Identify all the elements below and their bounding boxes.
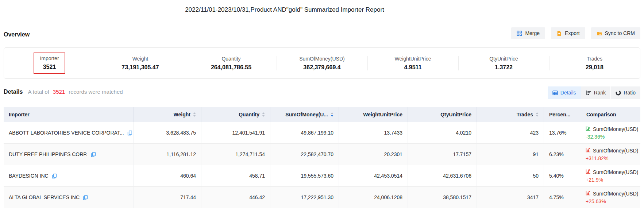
summary-prefix: A total of [28, 89, 49, 95]
comparison-change: +311.82% [586, 155, 608, 162]
tab-ratio-label: Ratio [624, 90, 636, 96]
details-summary: Details A total of 3521 records were mat… [4, 89, 123, 95]
table-grid-icon [552, 90, 558, 96]
tab-details[interactable]: Details [548, 86, 581, 99]
trend-up-icon [586, 147, 591, 155]
stat-label: Weight [132, 56, 148, 62]
sort-control[interactable] [262, 112, 265, 117]
sync-folder-icon [597, 31, 602, 36]
percent-cell: 13.76% [544, 122, 581, 143]
header-cell-qty-unit-price[interactable]: QtyUnitPrice [408, 107, 477, 122]
sort-desc-caret[interactable] [536, 115, 539, 117]
header-cell-weight[interactable]: Weight [133, 107, 201, 122]
comparison-cell: SumOfMoney(USD) +25.63% [581, 187, 643, 208]
header-label: Weight [174, 112, 190, 117]
tab-rank[interactable]: Rank [581, 86, 611, 99]
header-cell-percent[interactable]: Percen... [544, 107, 581, 122]
quantity-cell: 12,401,541.91 [201, 122, 270, 143]
view-tabs: Details Rank Ratio [548, 86, 640, 99]
header-label: QtyUnitPrice [440, 112, 471, 117]
stat-sum-of-money: SumOfMoney(USD) 362,379,669.4 [277, 48, 367, 78]
header-cell-importer[interactable]: Importer [4, 107, 133, 122]
importer-cell[interactable]: ABBOTT LABORATORIES VENICE CORPORAT... [4, 122, 133, 143]
importer-cell[interactable]: DUTY FREE PHILIPPINES CORP. [4, 144, 133, 165]
header-label: Trades [517, 112, 533, 117]
comparison-cell: SumOfMoney(USD) +21.9% [581, 165, 643, 186]
trades-cell: 50 [477, 165, 544, 186]
comparison-change: +21.9% [586, 176, 603, 183]
stat-label: SumOfMoney(USD) [299, 56, 344, 62]
sort-desc-caret[interactable] [262, 115, 265, 117]
importer-cell[interactable]: BAYDESIGN INC [4, 165, 133, 186]
qty-unit-price-cell: 17.7157 [408, 144, 477, 165]
copy-icon[interactable] [127, 130, 132, 136]
copy-icon[interactable] [82, 195, 88, 200]
sum-of-money-cell: 49,867,199.10 [270, 122, 339, 143]
header-cell-sum-of-money[interactable]: SumOfMoney(U... [270, 107, 339, 122]
sort-desc-caret[interactable] [193, 115, 196, 117]
record-count: 3521 [53, 89, 65, 95]
tab-ratio[interactable]: Ratio [610, 86, 640, 99]
importer-cell[interactable]: ALTA GLOBAL SERVICES INC [4, 187, 133, 208]
weight-unit-price-cell: 42,453.0514 [339, 165, 408, 186]
merge-button[interactable]: Merge [511, 27, 545, 39]
weight-cell: 3,628,483.75 [133, 122, 201, 143]
sort-control[interactable] [193, 112, 196, 117]
tab-rank-label: Rank [594, 90, 606, 96]
sum-of-money-cell: 19,555,573.60 [270, 165, 339, 186]
stat-label: Trades [587, 56, 602, 62]
rank-bars-icon [586, 90, 591, 96]
export-document-icon [556, 31, 562, 36]
results-table: Importer Weight Quantity SumOfMoney(U...… [4, 107, 640, 208]
sort-asc-caret[interactable] [262, 112, 265, 114]
sort-control[interactable] [331, 112, 333, 117]
trades-cell: 423 [477, 122, 544, 143]
qty-unit-price-cell: 42,631.6706 [408, 165, 477, 186]
sort-desc-caret[interactable] [331, 115, 333, 117]
comparison-change: +25.63% [586, 198, 606, 205]
header-cell-quantity[interactable]: Quantity [201, 107, 270, 122]
header-cell-trades[interactable]: Trades [477, 107, 544, 122]
copy-icon[interactable] [90, 152, 96, 157]
comparison-metric: SumOfMoney(USD) [593, 190, 638, 198]
tab-details-label: Details [560, 90, 576, 96]
importer-name[interactable]: BAYDESIGN INC [9, 173, 49, 179]
weight-cell: 717.44 [133, 187, 201, 208]
stat-value: 362,379,669.4 [303, 64, 340, 71]
importer-name[interactable]: ALTA GLOBAL SERVICES INC [9, 194, 80, 200]
weight-cell: 1,116,281.12 [133, 144, 201, 165]
header-cell-weight-unit-price[interactable]: WeightUnitPrice [339, 107, 408, 122]
stat-value: 4.9511 [404, 64, 421, 71]
overview-card: Importer 3521 Weight 73,191,305.47 Quant… [4, 47, 640, 79]
export-button[interactable]: Export [551, 27, 585, 39]
table-row: BAYDESIGN INC 460.64 458.71 19,555,573.6… [4, 165, 640, 187]
stat-trades: Trades 29,018 [549, 48, 640, 78]
stat-label: Importer [40, 55, 59, 61]
stat-label: Quantity [221, 56, 240, 62]
page-title: 2022/11/01-2023/10/31,Product AND"gold" … [0, 6, 569, 13]
sort-asc-caret[interactable] [193, 112, 196, 114]
sort-control[interactable] [536, 112, 539, 117]
sort-asc-caret[interactable] [331, 112, 333, 114]
table-row: ALTA GLOBAL SERVICES INC 717.44 446.42 1… [4, 187, 640, 208]
table-row: DUTY FREE PHILIPPINES CORP. 1,116,281.12… [4, 144, 640, 165]
table-row: ABBOTT LABORATORIES VENICE CORPORAT... 3… [4, 122, 640, 144]
weight-unit-price-cell: 20.2301 [339, 144, 408, 165]
comparison-metric: SumOfMoney(USD) [593, 125, 638, 133]
stat-value: 1.3722 [495, 64, 513, 71]
percent-cell: 4.75% [544, 187, 581, 208]
sync-to-crm-button[interactable]: Sync to CRM [591, 27, 640, 39]
sort-asc-caret[interactable] [536, 112, 539, 114]
quantity-cell: 446.42 [201, 187, 270, 208]
comparison-cell: SumOfMoney(USD) -32.36% [581, 122, 643, 143]
table-header: Importer Weight Quantity SumOfMoney(U...… [4, 107, 640, 122]
summary-suffix: records were matched [69, 89, 123, 95]
importer-name[interactable]: ABBOTT LABORATORIES VENICE CORPORAT... [9, 130, 124, 136]
header-label: Comparison [586, 112, 616, 117]
copy-icon[interactable] [51, 173, 57, 179]
importer-name[interactable]: DUTY FREE PHILIPPINES CORP. [9, 151, 88, 157]
comparison-metric: SumOfMoney(USD) [593, 147, 638, 155]
header-label: Importer [9, 112, 30, 117]
sum-of-money-cell: 17,222,951.30 [270, 187, 339, 208]
weight-cell: 460.64 [133, 165, 201, 186]
